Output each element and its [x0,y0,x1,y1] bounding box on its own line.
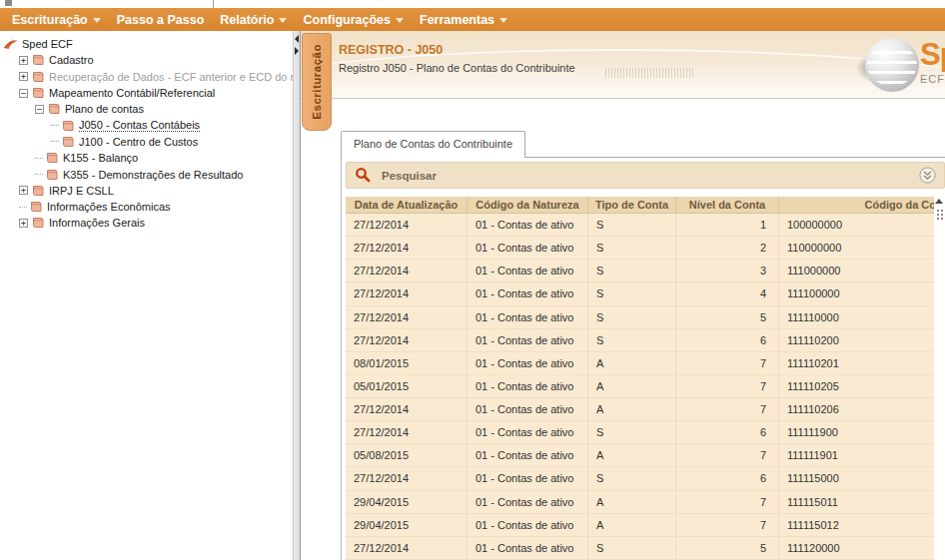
menu-item-relatorio[interactable]: Relatório [212,8,295,31]
column-header-codigo-da-natureza[interactable]: Código da Natureza [468,197,588,214]
tree-item-irpj-e[interactable]: +IRPJ E CSLL [0,183,293,199]
search-panel-header[interactable]: Pesquisar [346,162,945,189]
document-icon [31,71,46,83]
table-row[interactable]: 27/12/201401 - Contas de ativoS211000000… [346,237,934,260]
table-row[interactable]: 05/08/201501 - Contas de ativoA711111190… [346,444,934,467]
expand-plus-icon[interactable]: + [19,72,28,81]
document-icon [45,169,60,181]
collapse-minus-icon[interactable]: − [19,89,28,98]
cell-codigo-conta: 111110205 [779,375,934,398]
tree-connector [19,207,27,208]
menu-item-ferramentas[interactable]: Ferramentas [412,8,515,31]
tree-item-informacoes-economicas[interactable]: Informações Econômicas [0,199,293,215]
tree-item-j100[interactable]: J100 - Centro de Custos [0,134,293,150]
collapse-chevron-icon[interactable] [919,167,936,184]
cell-nivel-conta: 2 [676,237,779,260]
tree-item-recuperacao-de[interactable]: +Recuperação de Dados - ECF anterior e E… [0,69,293,85]
tree-connector [51,125,59,126]
table-row[interactable]: 27/12/201401 - Contas de ativoS311100000… [346,260,934,282]
table-row[interactable]: 27/12/201401 - Contas de ativoS511112000… [346,537,934,560]
table-row[interactable]: 29/04/201501 - Contas de ativoA711111501… [346,514,934,537]
scroll-up-icon[interactable] [935,199,943,204]
table-row[interactable]: 27/12/201401 - Contas de ativoS611111020… [346,329,934,352]
cell-tipo-conta: S [588,260,676,282]
collapse-right-icon[interactable] [295,47,299,55]
cell-codigo-natureza: 01 - Contas de ativo [468,260,588,282]
cell-nivel-conta: 6 [676,467,779,490]
tab-plano-de-contas[interactable]: Plano de Contas do Contribuinte [341,131,525,158]
collapse-minus-icon[interactable]: − [35,105,44,114]
document-icon [31,54,46,66]
menu-bar: EscrituraçãoPasso a PassoRelatórioConfig… [0,8,945,31]
barcode-watermark [605,68,695,78]
tree-item-k155[interactable]: K155 - Balanço [0,150,293,166]
table-scrollbar[interactable] [934,197,945,560]
table-row[interactable]: 27/12/201401 - Contas de ativoS611111500… [346,467,934,490]
cell-tipo-conta: A [588,352,676,375]
table-row[interactable]: 27/12/201401 - Contas de ativoA711111020… [346,398,934,421]
document-icon [61,136,76,148]
vertical-tab-escrituracao[interactable]: Escrituração [302,33,332,131]
application-window: EscrituraçãoPasso a PassoRelatórioConfig… [0,0,945,560]
tree-item-plano-de[interactable]: −Plano de contas [0,101,293,117]
tree-item-informacoes-gerais[interactable]: +Informações Gerais [0,215,293,231]
tree-connector [35,174,43,175]
cell-tipo-conta: S [588,537,676,560]
cell-codigo-conta: 110000000 [779,237,934,260]
column-header-nivel-da-conta[interactable]: Nível da Conta [676,197,779,214]
table-row[interactable]: 05/01/201501 - Contas de ativoA711111020… [346,375,934,398]
tree-item-label: Mapeamento Contábil/Referencial [49,87,215,99]
column-header-tipo-de-conta[interactable]: Tipo de Conta [588,197,676,214]
expand-plus-icon[interactable]: + [19,56,28,65]
cell-codigo-natureza: 01 - Contas de ativo [468,398,588,421]
table-row[interactable]: 27/12/201401 - Contas de ativoS110000000… [346,214,934,237]
table-row[interactable]: 27/12/201401 - Contas de ativoS511111000… [346,306,934,329]
tree-item-k355[interactable]: K355 - Demonstrações de Resultado [0,166,293,182]
menu-item-passo-a-passo[interactable]: Passo a Passo [109,8,213,31]
caret-down-icon [396,18,404,23]
cell-codigo-conta: 111100000 [779,282,934,305]
cell-tipo-conta: A [588,375,676,398]
table-row[interactable]: 29/04/201501 - Contas de ativoA711111501… [346,491,934,514]
scrollbar-grip[interactable] [937,210,939,212]
tree-item-label: Recuperação de Dados - ECF anterior e EC… [49,71,293,83]
cell-codigo-conta: 111115011 [779,491,934,514]
cell-nivel-conta: 6 [676,421,779,444]
column-header-codigo-da-conta[interactable]: Código da Conta [779,197,934,214]
document-icon [61,120,76,132]
sped-globe-logo-icon [865,38,919,92]
tree-item-label: K155 - Balanço [63,152,138,164]
table-row[interactable]: 08/01/201501 - Contas de ativoA711111020… [346,352,934,375]
menu-item-escrituracao[interactable]: Escrituração [4,8,109,31]
tree-connector [35,158,43,159]
cell-nivel-conta: 7 [676,514,779,537]
table-row[interactable]: 27/12/201401 - Contas de ativoS611111190… [346,421,934,444]
expand-plus-icon[interactable]: + [19,219,28,228]
tree-item-j050[interactable]: J050 - Contas Contábeis [0,117,293,133]
column-header-data-de-atualizacao[interactable]: Data de Atualização [346,197,468,214]
cell-data-atualizacao: 27/12/2014 [346,260,468,282]
table-row[interactable]: 27/12/201401 - Contas de ativoS411110000… [346,282,934,305]
cell-codigo-natureza: 01 - Contas de ativo [468,444,588,467]
tree-item-sped-ecf[interactable]: Sped ECF [0,36,293,52]
expand-plus-icon[interactable]: + [19,186,28,195]
collapse-left-icon[interactable] [295,35,299,43]
search-label: Pesquisar [382,170,437,182]
tree-connector [51,141,59,142]
cell-tipo-conta: S [588,214,676,237]
cell-tipo-conta: A [588,444,676,467]
cell-tipo-conta: A [588,514,676,537]
menu-item-label: Configurações [303,13,391,27]
tree-item-cadastro[interactable]: +Cadastro [0,52,293,68]
menu-item-configuracoes[interactable]: Configurações [295,8,412,31]
cell-data-atualizacao: 27/12/2014 [346,214,468,237]
document-icon [47,103,62,115]
cell-codigo-natureza: 01 - Contas de ativo [468,352,588,375]
logo-text: Sp [920,37,945,73]
panel-splitter[interactable] [293,31,301,560]
menu-item-label: Passo a Passo [117,13,205,27]
page-banner: REGISTRO - J050 Registro J050 - Plano de… [301,31,945,99]
tree-item-mapeamento-contabil-referencial[interactable]: −Mapeamento Contábil/Referencial [0,85,293,101]
cell-codigo-conta: 111110206 [779,398,934,421]
menu-item-label: Relatório [220,13,274,27]
